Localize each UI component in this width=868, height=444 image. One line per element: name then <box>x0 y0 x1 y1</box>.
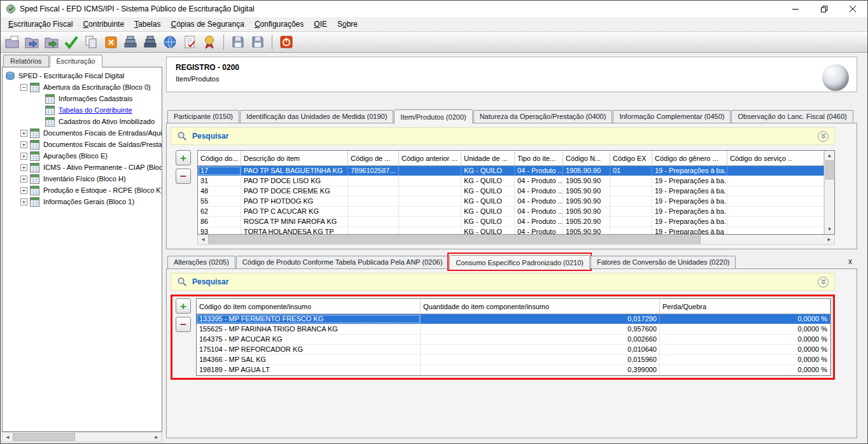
import-register-button[interactable] <box>43 33 60 51</box>
tree-item-informacoes-cadastrais[interactable]: Informações Cadastrais <box>3 93 162 104</box>
tree-expand-icon[interactable]: + <box>20 176 27 183</box>
items-column-header-5[interactable]: Tipo do ite... <box>515 151 563 165</box>
tree-scroll-thumb[interactable] <box>13 433 75 441</box>
consumption-column-header-2[interactable]: Perda/Quebra <box>660 299 830 314</box>
consumption-column-header-0[interactable]: Código do item componente/insumo <box>197 299 421 314</box>
maintenance-contributor-button[interactable] <box>141 33 159 51</box>
items-vscroll-thumb[interactable] <box>825 160 834 179</box>
tree-item-tabelas-do-contribuinte[interactable]: Tabelas do Contribuinte <box>3 104 162 116</box>
tab-identificacao-das-unidades-de-medida-0190[interactable]: Identificação das Unidades de Medida (01… <box>240 110 393 123</box>
tree-item-informacoes-gerais-bloco-1[interactable]: +Informações Gerais (Bloco 1) <box>3 196 162 207</box>
items-hscroll-thumb[interactable] <box>208 235 701 244</box>
items-column-header-7[interactable]: Código EX <box>610 151 652 165</box>
exit-application-button[interactable] <box>277 33 295 51</box>
tree-expand-icon[interactable]: + <box>20 141 27 148</box>
tree-expand-icon[interactable]: + <box>20 198 27 205</box>
items-row-4[interactable]: 62PAO TP C ACUCAR KGKG - QUILO04 - Produ… <box>198 207 824 217</box>
close-button[interactable] <box>839 1 867 17</box>
tab-observacao-do-lanc-fiscal-0460[interactable]: Observação do Lanc. Fiscal (0460) <box>731 110 853 123</box>
collapse-search-button[interactable] <box>818 131 829 142</box>
backup-restore-button[interactable] <box>249 33 267 51</box>
subtab-consumo-especifico-padronizado-0210[interactable]: Consumo Específico Padronizado (0210) <box>449 255 590 269</box>
report-verification-button[interactable] <box>181 33 199 51</box>
backup-save-button[interactable] <box>229 33 247 51</box>
consumption-column-header-1[interactable]: Quantidade do item componente/insumo <box>421 299 660 314</box>
scroll-down-icon[interactable]: ▼ <box>825 225 834 234</box>
scroll-right-icon[interactable]: ► <box>824 235 834 244</box>
tree-scroll-track[interactable] <box>13 433 151 441</box>
subtab-alteracoes-0205[interactable]: Alterações (0205) <box>167 256 235 268</box>
consumption-row-4[interactable]: 184366 - MP SAL KG0,0159600,0000 % <box>197 355 830 365</box>
items-hscroll-track[interactable] <box>208 235 824 244</box>
items-column-header-4[interactable]: Unidade de ... <box>461 151 515 165</box>
subtab-fatores-de-conversao-de-unidades-0220[interactable]: Fatores de Conversão de Unidades (0220) <box>591 256 736 268</box>
items-row-6[interactable]: 93TORTA HOLANDESA KG TPKG - QUILO04 - Pr… <box>198 227 824 234</box>
menu-oie[interactable]: OIE <box>309 18 332 31</box>
menu-contribuinte[interactable]: Contribuinte <box>78 18 129 31</box>
tab-informacao-complementar-0450[interactable]: Informação Complementar (0450) <box>613 110 731 123</box>
items-column-header-1[interactable]: Descrição do item <box>241 151 348 165</box>
tree-item-sped-escrituracao-fiscal-digital[interactable]: SPED - Escrituração Fiscal Digital <box>3 70 162 81</box>
remove-component-button[interactable]: − <box>176 317 191 332</box>
tree-item-cadastros-do-ativo-imobilizado[interactable]: Cadastros do Ativo Imobilizado <box>3 116 162 127</box>
items-column-header-2[interactable]: Código de ... <box>348 151 399 165</box>
search-label[interactable]: Pesquisar <box>192 277 228 286</box>
menu-escrituracao-fiscal[interactable]: Escrituração Fiscal <box>3 18 78 31</box>
tab-item-produtos-0200[interactable]: Item/Produtos (0200) <box>394 109 472 123</box>
tree-expand-icon[interactable]: + <box>20 153 27 160</box>
tree-item-apuracoes-bloco-e[interactable]: +Apurações (Bloco E) <box>3 150 162 162</box>
tree-collapse-icon[interactable]: − <box>20 84 27 91</box>
consumption-row-2[interactable]: 164375 - MP ACUCAR KG0,0026600,0000 % <box>197 335 830 345</box>
items-column-header-6[interactable]: Código N... <box>563 151 610 165</box>
tab-natureza-da-operacao-prestacao-0400[interactable]: Natureza da Operação/Prestação (0400) <box>473 110 613 123</box>
tree-item-inventario-fisico-bloco-h[interactable]: +Inventário Físico (Bloco H) <box>3 173 162 184</box>
search-label[interactable]: Pesquisar <box>192 132 228 141</box>
digital-certificate-button[interactable] <box>200 33 218 51</box>
items-column-header-3[interactable]: Código anterior ... <box>399 151 461 165</box>
maintenance-tables-button[interactable] <box>122 33 139 51</box>
tree-item-abertura-da-escrituracao-bloco-0[interactable]: −Abertura da Escrituração (Bloco 0) <box>3 81 162 93</box>
scroll-left-icon[interactable]: ◄ <box>198 235 208 244</box>
menu-configuracoes[interactable]: Configurações <box>249 18 309 31</box>
open-register-button[interactable] <box>23 33 41 51</box>
items-row-0[interactable]: 17PAO TP SAL BAGUETINHA KG7896102587...K… <box>198 166 824 176</box>
panel-tab-escrituracao[interactable]: Escrituração <box>50 55 102 67</box>
scroll-up-icon[interactable]: ▲ <box>825 151 834 160</box>
items-column-header-9[interactable]: Código do serviço .. <box>727 151 824 165</box>
internet-transmit-button[interactable] <box>161 33 179 51</box>
items-column-header-8[interactable]: Código do gênero ... <box>652 151 727 165</box>
items-row-5[interactable]: 86ROSCA TP MINI FAROFA KGKG - QUILO04 - … <box>198 217 824 227</box>
panel-tab-relatorios[interactable]: Relatórios <box>3 55 49 67</box>
consumption-row-1[interactable]: 155625 - MP FARINHA TRIGO BRANCA KG0,957… <box>197 324 830 335</box>
copy-register-button[interactable] <box>82 33 100 51</box>
remove-item-button[interactable]: − <box>176 169 191 184</box>
items-grid-vertical-scrollbar[interactable]: ▲ ▼ <box>824 151 834 234</box>
tree-item-documentos-fiscais-de-saidas-prestaca[interactable]: +Documentos Fiscais de Saídas/Prestaçã <box>3 139 162 150</box>
tree-item-producao-e-estoque-rcpe-bloco-k[interactable]: +Produção e Estoque - RCPE (Bloco K) <box>3 184 162 196</box>
subtab-codigo-de-produto-conforme-tabela-publicad[interactable]: Código de Produto Conforme Tabela Public… <box>236 256 449 268</box>
tree-expand-icon[interactable]: + <box>20 130 27 137</box>
restore-button[interactable] <box>810 1 839 17</box>
menu-sobre[interactable]: Sobre <box>332 18 363 31</box>
add-component-button[interactable]: + <box>176 298 191 314</box>
items-row-1[interactable]: 31PAO TP DOCE LISO KGKG - QUILO04 - Prod… <box>198 176 824 186</box>
consumption-row-5[interactable]: 198189 - MP AGUA LT0,3990000,0000 % <box>197 365 830 375</box>
scroll-right-icon[interactable]: ► <box>151 433 162 441</box>
consumption-row-0[interactable]: 133395 - MP FERMENTO FRESCO KG0,0172900,… <box>197 314 830 324</box>
add-item-button[interactable]: + <box>176 150 191 165</box>
items-row-3[interactable]: 55PAO TP HOTDOG KGKG - QUILO04 - Produto… <box>198 197 824 207</box>
new-register-button[interactable] <box>3 33 21 51</box>
tree-item-documentos-fiscais-de-entradas-aquisi[interactable]: +Documentos Fiscais de Entradas/Aquisi <box>3 127 162 139</box>
cancel-register-button[interactable] <box>102 33 120 51</box>
items-row-2[interactable]: 48PAO TP DOCE CREME KGKG - QUILO04 - Pro… <box>198 186 824 197</box>
consumption-row-3[interactable]: 175104 - MP REFORCADOR KG0,0106400,0000 … <box>197 345 830 355</box>
tree-item-icms-ativo-permanente-ciap-bloco[interactable]: +ICMS - Ativo Permanente - CIAP (Bloco <box>3 162 162 173</box>
items-column-header-0[interactable]: Código do... <box>198 151 241 165</box>
menu-tabelas[interactable]: Tabelas <box>129 18 165 31</box>
items-vscroll-track[interactable] <box>825 160 834 225</box>
tree-expand-icon[interactable]: + <box>20 164 27 171</box>
items-grid-horizontal-scrollbar[interactable]: ◄ ► <box>197 235 835 245</box>
minimize-button[interactable] <box>781 1 810 17</box>
collapse-search-button[interactable] <box>818 277 829 288</box>
validate-register-button[interactable] <box>62 33 80 51</box>
